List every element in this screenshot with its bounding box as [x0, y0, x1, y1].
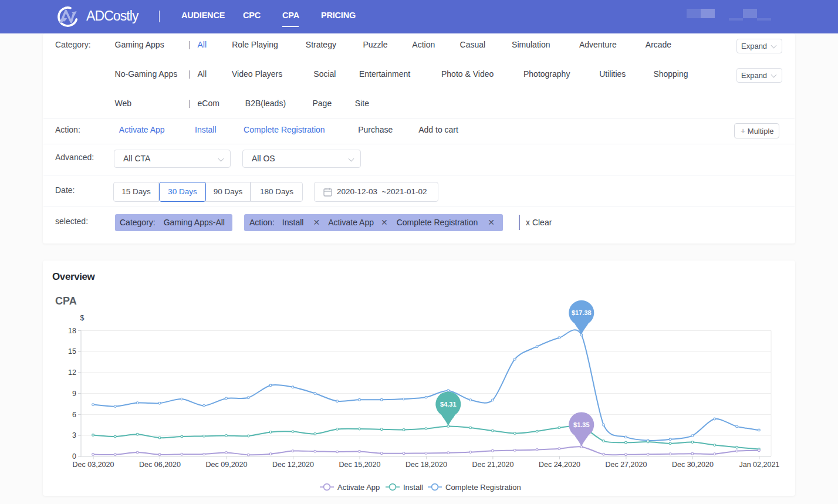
svg-text:18: 18 [68, 327, 76, 335]
svg-text:$17.38: $17.38 [572, 309, 592, 316]
svg-text:Dec 30,2020: Dec 30,2020 [672, 461, 714, 469]
svg-text:Dec 27,2020: Dec 27,2020 [605, 461, 647, 469]
svg-text:12: 12 [68, 368, 76, 377]
svg-text:Dec 12,2020: Dec 12,2020 [272, 461, 314, 469]
svg-text:Dec 24,2020: Dec 24,2020 [539, 461, 580, 469]
svg-text:$: $ [80, 314, 85, 322]
svg-text:0: 0 [72, 452, 76, 461]
svg-text:$4.31: $4.31 [440, 401, 457, 408]
svg-text:Dec 15,2020: Dec 15,2020 [339, 461, 381, 469]
svg-text:Dec 03,2020: Dec 03,2020 [73, 461, 114, 469]
svg-text:15: 15 [68, 347, 76, 356]
svg-text:Dec 06,2020: Dec 06,2020 [139, 461, 181, 469]
svg-text:6: 6 [72, 411, 76, 419]
svg-text:Complete Registration: Complete Registration [445, 483, 521, 492]
svg-text:Install: Install [403, 483, 423, 492]
svg-text:Jan 02,2021: Jan 02,2021 [739, 461, 779, 469]
svg-text:9: 9 [72, 390, 76, 398]
svg-text:Dec 21,2020: Dec 21,2020 [472, 461, 513, 469]
svg-text:$1.35: $1.35 [573, 421, 590, 428]
svg-text:Activate App: Activate App [337, 483, 380, 492]
svg-text:Dec 18,2020: Dec 18,2020 [406, 461, 447, 469]
svg-text:3: 3 [72, 431, 76, 439]
svg-text:Dec 09,2020: Dec 09,2020 [206, 461, 248, 469]
